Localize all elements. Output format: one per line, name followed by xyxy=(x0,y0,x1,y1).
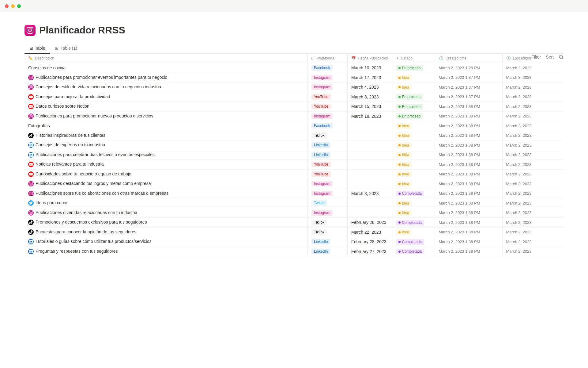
search-button[interactable] xyxy=(559,55,564,59)
table-row[interactable]: Tutoriales o guías sobre cómo utilizar t… xyxy=(24,237,564,247)
cell-fecha: March 18, 2023 xyxy=(348,111,392,121)
th-plataforma[interactable]: ▷ Plataforma xyxy=(308,54,348,63)
cell-fecha: February 28, 2023 xyxy=(348,218,392,228)
cell-desc[interactable]: Tutoriales o guías sobre cómo utilizar t… xyxy=(24,237,308,247)
th-estado[interactable]: ✦ Estado xyxy=(392,54,435,63)
cell-fecha: March 8, 2023 xyxy=(348,92,392,102)
cell-desc[interactable]: Publicaciones para promocionar nuevos pr… xyxy=(24,111,308,121)
filter-button[interactable]: Filter xyxy=(531,55,541,59)
cell-desc[interactable]: Historias inspiradoras de tus clientes xyxy=(24,131,308,140)
cell-platform[interactable]: Instagram xyxy=(308,82,348,92)
th-created[interactable]: 🕐 Created time xyxy=(435,54,502,63)
cell-desc[interactable]: Preguntas y respuestas con tus seguidore… xyxy=(24,247,308,256)
cell-last-edited: March 2, 2023 xyxy=(502,179,564,189)
table-row[interactable]: Publicaciones para promocionar nuevos pr… xyxy=(24,111,564,121)
tab-table-1[interactable]: ⊞ Table (1) xyxy=(50,43,82,54)
cell-desc[interactable]: Ideas para cenar xyxy=(24,198,308,208)
cell-estado: Idea xyxy=(392,73,435,82)
cell-platform[interactable]: TikTok xyxy=(308,218,348,228)
table-row[interactable]: Promociones y descuentos exclusivos para… xyxy=(24,218,564,228)
cell-desc[interactable]: Publicaciones para celebrar días festivo… xyxy=(24,150,308,160)
cell-platform[interactable]: Twitter xyxy=(308,198,348,208)
cell-last-edited: March 2, 2023 xyxy=(502,237,564,247)
cell-platform[interactable]: Facebook xyxy=(308,63,348,73)
desc-text: Fotografías xyxy=(28,123,50,128)
table-row[interactable]: Publicaciones para promocionar eventos i… xyxy=(24,73,564,82)
cell-platform[interactable]: Facebook xyxy=(308,121,348,131)
cell-desc[interactable]: Consejos para mejorar la productividad xyxy=(24,92,308,102)
status-badge: En proceso xyxy=(396,113,423,119)
status-badge: Idea xyxy=(396,75,412,80)
tab-table[interactable]: ⊞ Table xyxy=(24,43,50,54)
platform-badge: Twitter xyxy=(311,200,327,206)
table-row[interactable]: FotografíasFacebookIdeaMarch 2, 2023 1:3… xyxy=(24,121,564,131)
cell-created: March 2, 2023 1:38 PM xyxy=(435,237,502,247)
table-row[interactable]: Consejos para mejorar la productividadYo… xyxy=(24,92,564,102)
close-button[interactable] xyxy=(5,4,9,8)
cell-platform[interactable]: YouTube xyxy=(308,92,348,102)
minimize-button[interactable] xyxy=(11,4,15,8)
cell-desc[interactable]: Promociones y descuentos exclusivos para… xyxy=(24,218,308,228)
tab-bar: ⊞ Table ⊞ Table (1) xyxy=(24,43,564,54)
status-badge: En proceso xyxy=(396,65,423,71)
cell-platform[interactable]: YouTube xyxy=(308,160,348,170)
table-row[interactable]: Consejos de estilo de vida relacionados … xyxy=(24,82,564,92)
desc-text: Consejos de estilo de vida relacionados … xyxy=(36,84,162,89)
cell-desc[interactable]: Fotografías xyxy=(24,121,308,131)
cell-desc[interactable]: Consejos de expertos en tu industria xyxy=(24,140,308,150)
cell-platform[interactable]: YouTube xyxy=(308,102,348,112)
cell-desc[interactable]: Publicaciones destacando tus logros y me… xyxy=(24,179,308,189)
cell-created: March 2, 2023 1:38 PM xyxy=(435,218,502,228)
cell-estado: Idea xyxy=(392,169,435,179)
cell-platform[interactable]: LinkedIn xyxy=(308,140,348,150)
cell-platform[interactable]: Instagram xyxy=(308,111,348,121)
table-row[interactable]: Ideas para cenarTwitterIdeaMarch 2, 2023… xyxy=(24,198,564,208)
cell-platform[interactable]: YouTube xyxy=(308,169,348,179)
cell-fecha xyxy=(348,198,392,208)
th-fecha[interactable]: 📅 Fecha Publicación xyxy=(348,54,392,63)
cell-desc[interactable]: Publicaciones sobre tus colaboraciones c… xyxy=(24,189,308,198)
table1-icon: ⊞ xyxy=(55,46,58,51)
table-row[interactable]: Publicaciones divertidas relacionadas co… xyxy=(24,208,564,218)
table-row[interactable]: Encuestas para conocer la opinión de tus… xyxy=(24,227,564,237)
cell-platform[interactable]: Instagram xyxy=(308,73,348,82)
cell-desc[interactable]: Curiosidades sobre tu negocio o equipo d… xyxy=(24,169,308,179)
cell-platform[interactable]: TikTok xyxy=(308,131,348,140)
cell-platform[interactable]: Instagram xyxy=(308,179,348,189)
cell-platform[interactable]: LinkedIn xyxy=(308,247,348,256)
platform-badge: Instagram xyxy=(311,210,333,216)
table-row[interactable]: Historias inspiradoras de tus clientesTi… xyxy=(24,131,564,140)
desc-text: Publicaciones destacando tus logros y me… xyxy=(36,181,151,186)
platform-badge: Facebook xyxy=(311,65,333,71)
table-row[interactable]: Preguntas y respuestas con tus seguidore… xyxy=(24,247,564,256)
cell-platform[interactable]: Instagram xyxy=(308,189,348,198)
cell-platform[interactable]: LinkedIn xyxy=(308,237,348,247)
table-row[interactable]: Noticias relevantes para tu industriaYou… xyxy=(24,160,564,170)
table-row[interactable]: Datos curiosos sobre NotionYouTubeMarch … xyxy=(24,102,564,112)
table-header-row: ✏️ Descripción ▷ Plataforma 📅 Fecha Publ… xyxy=(24,54,564,63)
table-row[interactable]: Consejos de expertos en tu industriaLink… xyxy=(24,140,564,150)
platform-badge: YouTube xyxy=(311,162,331,167)
table-row[interactable]: Publicaciones destacando tus logros y me… xyxy=(24,179,564,189)
cell-desc[interactable]: Publicaciones divertidas relacionadas co… xyxy=(24,208,308,218)
sort-button[interactable]: Sort xyxy=(546,55,554,59)
cell-desc[interactable]: Noticias relevantes para tu industria xyxy=(24,160,308,170)
table-row[interactable]: Publicaciones sobre tus colaboraciones c… xyxy=(24,189,564,198)
cell-estado: Completada xyxy=(392,237,435,247)
maximize-button[interactable] xyxy=(17,4,21,8)
cell-platform[interactable]: TikTok xyxy=(308,227,348,237)
table-row[interactable]: Curiosidades sobre tu negocio o equipo d… xyxy=(24,169,564,179)
table-row[interactable]: Consejos de cocinaFacebookMarch 10, 2023… xyxy=(24,63,564,73)
status-badge: Idea xyxy=(396,143,412,148)
desc-text: Publicaciones divertidas relacionadas co… xyxy=(36,210,137,215)
cell-desc[interactable]: Consejos de cocina xyxy=(24,63,308,73)
cell-platform[interactable]: Instagram xyxy=(308,208,348,218)
cell-desc[interactable]: Publicaciones para promocionar eventos i… xyxy=(24,73,308,82)
desc-text: Preguntas y respuestas con tus seguidore… xyxy=(36,249,118,254)
cell-platform[interactable]: LinkedIn xyxy=(308,150,348,160)
th-descripcion[interactable]: ✏️ Descripción xyxy=(24,54,308,63)
cell-desc[interactable]: Consejos de estilo de vida relacionados … xyxy=(24,82,308,92)
cell-desc[interactable]: Datos curiosos sobre Notion xyxy=(24,102,308,112)
table-row[interactable]: Publicaciones para celebrar días festivo… xyxy=(24,150,564,160)
cell-desc[interactable]: Encuestas para conocer la opinión de tus… xyxy=(24,227,308,237)
